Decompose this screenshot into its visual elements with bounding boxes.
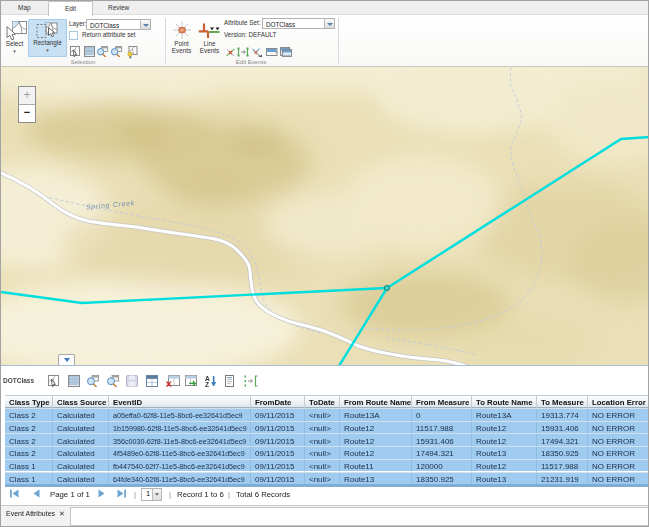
svg-text:Z: Z [205,381,209,387]
